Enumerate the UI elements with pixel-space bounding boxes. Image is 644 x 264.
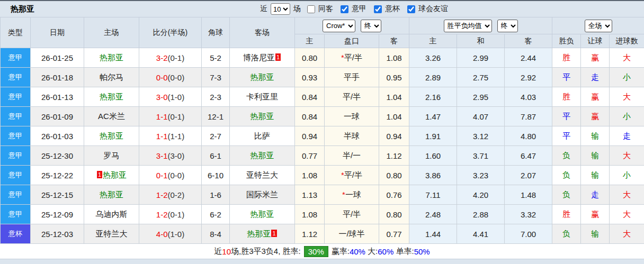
odds-group-header: Crow* 终 [295,17,409,34]
team-name[interactable]: 热那亚 [103,170,127,179]
serie-a-checkbox[interactable] [341,5,348,13]
away-team-cell[interactable]: 亚特兰大 [230,166,295,185]
table-row: 意甲26-01-09AC米兰1-1(0-1)12-1热那亚0.84一球1.041… [1,107,644,126]
team-name[interactable]: 亚特兰大 [246,170,278,179]
home-odds-cell: 1.08 [295,166,325,185]
home-team-cell[interactable]: 热那亚 [84,126,139,146]
home-team-cell[interactable]: 1热那亚 [84,166,139,185]
rank-badge: 1 [275,53,281,61]
goals-cell: 走 [610,126,644,146]
italy-cup-checkbox[interactable] [374,5,382,13]
halftime-score: (0-1) [168,112,185,121]
avg-draw-cell: 3.71 [457,146,505,166]
date-cell: 26-01-09 [31,107,84,126]
bookmaker-select[interactable]: Crow* [323,20,355,32]
home-team-cell[interactable]: AC米兰 [84,107,139,126]
serie-a-label[interactable]: 意甲 [352,4,366,14]
away-team-cell[interactable]: 国际米兰 [230,185,295,205]
home-team-cell[interactable]: 热那亚 [84,185,139,205]
avg-draw-cell: 2.95 [457,87,505,107]
date-cell: 26-01-18 [31,68,84,87]
italy-cup-label[interactable]: 意杯 [385,4,400,14]
date-cell: 26-01-13 [31,87,84,107]
avg-select[interactable]: 胜平负均值 [444,20,492,32]
team-name[interactable]: 热那亚 [100,92,123,101]
team-name[interactable]: 热那亚 [251,151,274,160]
fulltime-scope-select[interactable]: 全场 [585,20,612,32]
score-cell[interactable]: 1-1(1-1) [139,126,202,146]
date-cell: 25-12-03 [31,224,84,244]
home-team-cell[interactable]: 亚特兰大 [84,224,139,244]
club-friendly-label[interactable]: 球会友谊 [418,4,448,14]
team-name[interactable]: 热那亚 [251,112,274,121]
score-cell[interactable]: 1-1(0-1) [139,107,202,126]
away-team-cell[interactable]: 比萨 [230,126,295,146]
odds-time-select[interactable]: 终 [361,20,381,32]
date-cell: 25-12-30 [31,146,84,166]
team-name[interactable]: 帕尔马 [100,72,123,81]
spread-cell: 赢 [581,107,610,126]
score-cell[interactable]: 3-2(0-1) [139,48,202,68]
away-team-cell[interactable]: 热那亚 [230,205,295,224]
team-name[interactable]: 乌迪内斯 [96,210,128,219]
table-row: 意甲25-12-30罗马3-1(3-0)6-1热那亚0.77半/一1.121.6… [1,146,644,166]
subheader-goals: 进球数 [610,34,644,48]
league-type-cell: 意甲 [1,146,31,166]
team-name[interactable]: 热那亚 [251,72,274,81]
avg-away-cell: 2.92 [505,68,552,87]
avg-away-cell: 6.47 [505,146,552,166]
result-cell: 胜 [552,87,581,107]
spread-cell: 输 [581,126,610,146]
score-cell[interactable]: 3-0(1-0) [139,87,202,107]
team-name[interactable]: 国际米兰 [246,190,278,199]
home-team-cell[interactable]: 热那亚 [84,48,139,68]
avg-draw-cell: 4.07 [457,107,505,126]
summary-bar: 近10场,胜3平3负4, 胜率:30%赢率:40% 大:60% 单率:50% [0,244,644,259]
result-cell: 平 [552,126,581,146]
team-name[interactable]: 比萨 [254,131,270,140]
halftime-score: (0-0) [168,171,185,180]
avg-time-select[interactable]: 终 [497,20,518,32]
col-header-date: 日期 [31,17,84,48]
away-team-cell[interactable]: 热那亚 [230,146,295,166]
team-name[interactable]: 热那亚 [247,229,271,238]
home-team-cell[interactable]: 罗马 [84,146,139,166]
away-team-cell[interactable]: 热那亚 [230,68,295,87]
team-name[interactable]: 热那亚 [100,131,123,140]
spread-rate-value: 40% [350,247,365,256]
score-cell[interactable]: 4-0(1-0) [139,224,202,244]
subheader-handicap: 盘口 [325,34,379,48]
spread-cell: 输 [581,166,610,185]
team-name[interactable]: 卡利亚里 [246,92,278,101]
away-team-cell[interactable]: 卡利亚里 [230,87,295,107]
team-name[interactable]: AC米兰 [98,112,125,121]
score-cell[interactable]: 0-1(0-0) [139,166,202,185]
home-team-cell[interactable]: 热那亚 [84,87,139,107]
home-team-cell[interactable]: 乌迪内斯 [84,205,139,224]
score-cell[interactable]: 1-2(0-1) [139,205,202,224]
avg-home-cell: 3.26 [409,48,457,68]
goals-cell: 小 [610,166,644,185]
date-cell: 25-12-09 [31,205,84,224]
score-cell[interactable]: 0-0(0-0) [139,68,202,87]
away-team-cell[interactable]: 热那亚 [230,107,295,126]
same-away-label[interactable]: 同客 [318,4,333,14]
club-friendly-checkbox[interactable] [407,5,415,13]
home-team-cell[interactable]: 帕尔马 [84,68,139,87]
score-cell[interactable]: 3-1(3-0) [139,146,202,166]
spread-cell: 走 [581,185,610,205]
team-name[interactable]: 热那亚 [100,190,123,199]
away-team-cell[interactable]: 热那亚1 [230,224,295,244]
team-name[interactable]: 罗马 [104,151,120,160]
team-name[interactable]: 亚特兰大 [96,229,128,238]
avg-draw-cell: 3.12 [457,126,505,146]
recent-count-select[interactable]: 10 [271,3,290,15]
score-cell[interactable]: 1-2(0-2) [139,185,202,205]
team-name[interactable]: 热那亚 [251,210,274,219]
team-name[interactable]: 博洛尼亚 [243,53,275,62]
away-team-cell[interactable]: 博洛尼亚1 [230,48,295,68]
team-name[interactable]: 热那亚 [100,53,123,62]
same-away-checkbox[interactable] [307,5,315,13]
spread-cell: 赢 [581,87,610,107]
league-type-cell: 意甲 [1,107,31,126]
